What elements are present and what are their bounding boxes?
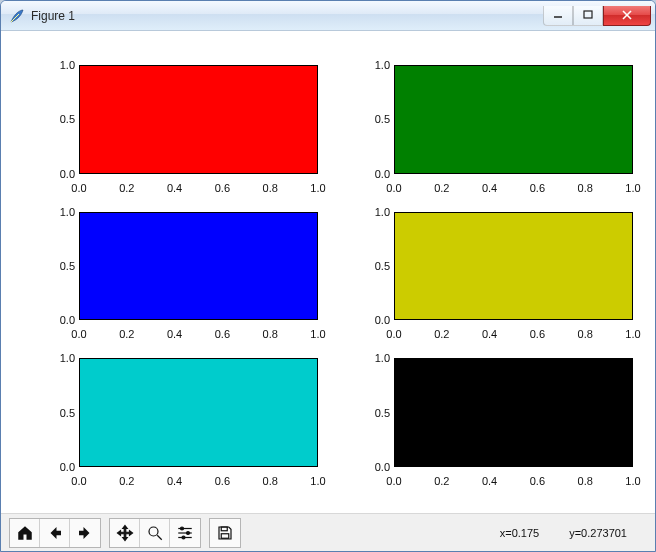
- fill-rect: [395, 213, 632, 320]
- axes[interactable]: [79, 65, 318, 174]
- ytick-label: 0.5: [356, 113, 390, 125]
- back-button[interactable]: [40, 519, 70, 547]
- ytick-label: 0.5: [41, 407, 75, 419]
- xtick-label: 0.8: [578, 475, 593, 487]
- xtick-label: 1.0: [310, 182, 325, 194]
- xtick-label: 1.0: [625, 328, 640, 340]
- fill-rect: [80, 66, 317, 173]
- ytick-label: 0.0: [41, 314, 75, 326]
- subplot-5: 0.00.51.00.00.20.40.60.81.0: [356, 348, 635, 489]
- ytick-label: 0.0: [41, 168, 75, 180]
- xtick-label: 0.8: [263, 475, 278, 487]
- xtick-label: 0.0: [71, 475, 86, 487]
- ytick-label: 1.0: [356, 59, 390, 71]
- axes[interactable]: [394, 358, 633, 467]
- xtick-label: 0.4: [482, 475, 497, 487]
- xtick-label: 0.2: [434, 328, 449, 340]
- xtick-label: 0.6: [215, 475, 230, 487]
- ytick-label: 1.0: [41, 59, 75, 71]
- xtick-label: 0.0: [71, 328, 86, 340]
- xtick-label: 0.2: [119, 328, 134, 340]
- forward-button[interactable]: [70, 519, 100, 547]
- subplot-2: 0.00.51.00.00.20.40.60.81.0: [41, 202, 320, 343]
- xtick-label: 0.8: [263, 328, 278, 340]
- ytick-label: 0.5: [356, 260, 390, 272]
- save-button[interactable]: [210, 519, 240, 547]
- cursor-y: y=0.273701: [569, 527, 627, 539]
- xtick-label: 0.8: [263, 182, 278, 194]
- xtick-label: 0.2: [119, 475, 134, 487]
- subplot-0: 0.00.51.00.00.20.40.60.81.0: [41, 55, 320, 196]
- ytick-label: 0.0: [356, 168, 390, 180]
- axes[interactable]: [394, 212, 633, 321]
- ytick-label: 0.0: [356, 314, 390, 326]
- xtick-label: 0.0: [386, 475, 401, 487]
- svg-rect-1: [584, 11, 592, 18]
- ytick-label: 1.0: [41, 206, 75, 218]
- xtick-label: 0.6: [530, 475, 545, 487]
- svg-rect-12: [221, 527, 227, 531]
- nav-toolbar: x=0.175 y=0.273701: [1, 513, 655, 551]
- xtick-label: 0.2: [434, 475, 449, 487]
- ytick-label: 0.5: [41, 260, 75, 272]
- window-title: Figure 1: [31, 9, 543, 23]
- figure-window: Figure 1 0.00.51.00.00.20.40.60.81.00.00…: [0, 0, 656, 552]
- subplot-1: 0.00.51.00.00.20.40.60.81.0: [356, 55, 635, 196]
- svg-point-10: [187, 531, 190, 534]
- ytick-label: 0.5: [41, 113, 75, 125]
- svg-line-5: [157, 535, 162, 540]
- xtick-label: 0.6: [215, 328, 230, 340]
- svg-point-11: [182, 536, 185, 539]
- axes[interactable]: [394, 65, 633, 174]
- xtick-label: 0.4: [167, 328, 182, 340]
- xtick-label: 0.8: [578, 328, 593, 340]
- ytick-label: 0.0: [356, 461, 390, 473]
- maximize-button[interactable]: [573, 6, 603, 26]
- subplot-4: 0.00.51.00.00.20.40.60.81.0: [41, 348, 320, 489]
- svg-point-9: [181, 527, 184, 530]
- xtick-label: 0.4: [482, 328, 497, 340]
- plot-canvas[interactable]: 0.00.51.00.00.20.40.60.81.00.00.51.00.00…: [1, 31, 655, 513]
- xtick-label: 0.4: [167, 475, 182, 487]
- fill-rect: [80, 213, 317, 320]
- xtick-label: 0.0: [386, 328, 401, 340]
- subplot-grid: 0.00.51.00.00.20.40.60.81.00.00.51.00.00…: [41, 55, 635, 489]
- fill-rect: [395, 359, 632, 466]
- svg-point-4: [149, 527, 158, 536]
- xtick-label: 0.2: [434, 182, 449, 194]
- close-button[interactable]: [603, 6, 651, 26]
- subplot-3: 0.00.51.00.00.20.40.60.81.0: [356, 202, 635, 343]
- ytick-label: 1.0: [41, 352, 75, 364]
- ytick-label: 0.5: [356, 407, 390, 419]
- xtick-label: 0.0: [71, 182, 86, 194]
- xtick-label: 0.6: [215, 182, 230, 194]
- cursor-x: x=0.175: [500, 527, 539, 539]
- xtick-label: 0.0: [386, 182, 401, 194]
- configure-subplots-button[interactable]: [170, 519, 200, 547]
- pan-button[interactable]: [110, 519, 140, 547]
- xtick-label: 1.0: [625, 182, 640, 194]
- fill-rect: [395, 66, 632, 173]
- xtick-label: 0.4: [482, 182, 497, 194]
- ytick-label: 1.0: [356, 206, 390, 218]
- xtick-label: 1.0: [310, 475, 325, 487]
- xtick-label: 1.0: [625, 475, 640, 487]
- ytick-label: 0.0: [41, 461, 75, 473]
- minimize-button[interactable]: [543, 6, 573, 26]
- fill-rect: [80, 359, 317, 466]
- xtick-label: 0.6: [530, 328, 545, 340]
- xtick-label: 0.6: [530, 182, 545, 194]
- axes[interactable]: [79, 358, 318, 467]
- zoom-button[interactable]: [140, 519, 170, 547]
- xtick-label: 0.2: [119, 182, 134, 194]
- xtick-label: 0.8: [578, 182, 593, 194]
- axes[interactable]: [79, 212, 318, 321]
- titlebar[interactable]: Figure 1: [1, 1, 655, 31]
- home-button[interactable]: [10, 519, 40, 547]
- xtick-label: 1.0: [310, 328, 325, 340]
- xtick-label: 0.4: [167, 182, 182, 194]
- app-icon: [9, 8, 25, 24]
- ytick-label: 1.0: [356, 352, 390, 364]
- svg-rect-13: [221, 533, 229, 538]
